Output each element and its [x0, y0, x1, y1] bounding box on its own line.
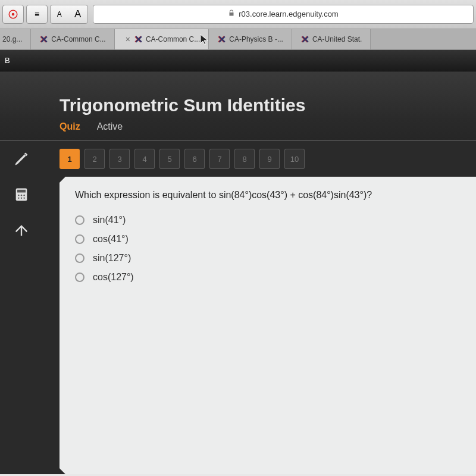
svg-point-8 — [21, 198, 22, 199]
question-nav-row: 1 2 3 4 5 6 7 8 9 10 — [0, 140, 476, 177]
question-number[interactable]: 2 — [84, 149, 105, 169]
x-icon — [217, 35, 226, 43]
header-letter: B — [5, 56, 10, 65]
radio-icon[interactable] — [75, 215, 84, 225]
option-row[interactable]: sin(127°) — [75, 253, 461, 264]
tab-item[interactable]: 20.g... — [0, 29, 31, 49]
lesson-subtitle: Quiz Active — [60, 121, 476, 140]
collapse-tool[interactable] — [7, 216, 36, 245]
option-label: sin(127°) — [93, 253, 131, 264]
lesson-title: Trigonometric Sum Identities — [60, 95, 476, 115]
svg-point-4 — [18, 195, 19, 196]
svg-point-1 — [12, 12, 15, 15]
question-number[interactable]: 6 — [184, 149, 205, 169]
option-row[interactable]: sin(41°) — [75, 215, 461, 226]
tab-item[interactable]: CA-United Stat. — [292, 29, 371, 49]
reader-button[interactable]: ≡ — [26, 5, 48, 24]
svg-point-5 — [21, 195, 22, 196]
radio-icon[interactable] — [75, 273, 84, 282]
question-number[interactable]: 10 — [284, 149, 305, 169]
tool-column — [0, 141, 43, 177]
browser-toolbar: ≡ A A r03.core.learn.edgenuity.com — [0, 0, 476, 29]
tool-column-lower — [0, 177, 43, 474]
lesson-header: Trigonometric Sum Identities Quiz Active — [0, 71, 476, 140]
option-label: cos(41°) — [93, 234, 129, 245]
svg-rect-3 — [17, 190, 26, 193]
quiz-label: Quiz — [60, 121, 80, 132]
question-number[interactable]: 5 — [159, 149, 180, 169]
tabs-bar: 20.g... CA-Common C... × CA-Common C... … — [0, 29, 476, 50]
question-number[interactable]: 8 — [234, 149, 255, 169]
x-icon — [300, 35, 309, 43]
page-header: B — [0, 50, 476, 71]
option-row[interactable]: cos(41°) — [75, 234, 461, 245]
lock-icon — [228, 10, 235, 18]
url-text: r03.core.learn.edgenuity.com — [239, 10, 338, 18]
question-text: Which expression is equivalent to sin(84… — [75, 190, 461, 201]
status-label: Active — [97, 121, 123, 132]
svg-point-9 — [24, 198, 25, 199]
radio-icon[interactable] — [75, 253, 84, 263]
radio-icon[interactable] — [75, 234, 84, 244]
svg-point-7 — [18, 198, 19, 199]
x-icon — [134, 35, 142, 43]
question-number[interactable]: 3 — [109, 149, 130, 169]
pencil-tool[interactable] — [7, 145, 36, 173]
question-number[interactable]: 9 — [259, 149, 280, 169]
calculator-tool[interactable] — [7, 180, 36, 209]
blocker-button[interactable] — [2, 5, 24, 24]
tab-item-active[interactable]: × CA-Common C... — [115, 29, 209, 49]
svg-point-6 — [24, 195, 25, 196]
url-bar[interactable]: r03.core.learn.edgenuity.com — [93, 5, 474, 24]
tab-item[interactable]: CA-Common C... — [31, 29, 114, 49]
question-panel: Which expression is equivalent to sin(84… — [60, 177, 476, 474]
reader-icon: ≡ — [35, 10, 39, 19]
question-number-active[interactable]: 1 — [60, 149, 80, 169]
question-number[interactable]: 7 — [209, 149, 230, 169]
text-size-button[interactable]: A A — [50, 5, 88, 24]
option-label: cos(127°) — [93, 272, 134, 283]
x-icon — [39, 35, 48, 43]
main-content: Which expression is equivalent to sin(84… — [0, 177, 476, 474]
option-row[interactable]: cos(127°) — [75, 272, 461, 283]
option-label: sin(41°) — [93, 215, 126, 226]
close-icon[interactable]: × — [126, 35, 130, 44]
question-numbers: 1 2 3 4 5 6 7 8 9 10 — [43, 141, 305, 177]
question-number[interactable]: 4 — [134, 149, 155, 169]
tab-item[interactable]: CA-Physics B -... — [209, 29, 292, 49]
